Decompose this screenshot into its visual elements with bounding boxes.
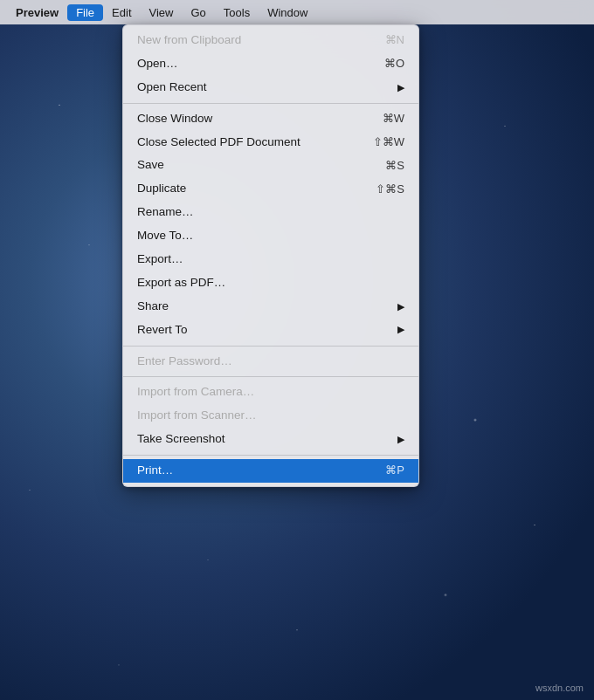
submenu-arrow-open-recent: ▶ [397,81,404,94]
menubar-item-go[interactable]: Go [182,4,214,21]
menu-item-open-recent-label: Open Recent [137,79,394,96]
menu-item-take-screenshot[interactable]: Take Screenshot ▶ [123,428,418,451]
menu-item-new-from-clipboard[interactable]: New from Clipboard ⌘N [123,29,418,52]
menu-item-save-shortcut: ⌘S [385,158,404,174]
menu-item-new-from-clipboard-label: New from Clipboard [137,32,385,49]
menu-item-import-scanner-label: Import from Scanner… [137,408,404,424]
separator-1 [123,103,418,104]
submenu-arrow-share: ▶ [397,300,404,313]
menu-item-enter-password-label: Enter Password… [137,353,404,370]
menubar-item-tools[interactable]: Tools [215,4,259,21]
menu-item-close-window-label: Close Window [137,111,383,127]
menubar-item-window[interactable]: Window [259,4,316,21]
menu-item-print-label: Print… [137,463,385,479]
menu-item-close-window-shortcut: ⌘W [383,111,404,127]
menu-item-open-label: Open… [137,56,384,72]
menubar-item-edit[interactable]: Edit [103,4,140,21]
menu-item-import-camera-label: Import from Camera… [137,384,404,401]
submenu-arrow-revert-to: ▶ [397,323,404,336]
menu-item-new-from-clipboard-shortcut: ⌘N [385,32,404,48]
menu-item-revert-to-label: Revert To [137,322,394,339]
menu-item-import-scanner[interactable]: Import from Scanner… [123,404,418,428]
menu-item-open-recent[interactable]: Open Recent ▶ [123,76,418,100]
menu-item-enter-password[interactable]: Enter Password… [123,350,418,374]
separator-2 [123,346,418,347]
file-dropdown-menu: New from Clipboard ⌘N Open… ⌘O Open Rece… [122,24,419,487]
menubar-item-file[interactable]: File [67,4,103,21]
menu-item-share[interactable]: Share ▶ [123,295,418,319]
menubar: Preview File Edit View Go Tools Window [0,0,594,24]
menu-item-close-pdf-shortcut: ⇧⌘W [373,134,404,150]
menu-item-share-label: Share [137,299,394,315]
menu-item-close-pdf-label: Close Selected PDF Document [137,134,373,151]
menu-item-rename[interactable]: Rename… [123,201,418,224]
menu-item-rename-label: Rename… [137,204,404,221]
menu-item-move-to[interactable]: Move To… [123,224,418,248]
menubar-item-view[interactable]: View [141,4,183,21]
menubar-item-preview[interactable]: Preview [7,4,67,21]
menu-item-export-pdf[interactable]: Export as PDF… [123,271,418,295]
menu-item-save-label: Save [137,157,385,174]
menu-item-close-pdf[interactable]: Close Selected PDF Document ⇧⌘W [123,131,418,154]
submenu-arrow-screenshot: ▶ [397,433,404,446]
menu-item-open[interactable]: Open… ⌘O [123,52,418,76]
menu-item-import-camera[interactable]: Import from Camera… [123,381,418,404]
menu-item-export-label: Export… [137,251,404,268]
menu-item-export-pdf-label: Export as PDF… [137,275,404,292]
menu-item-open-shortcut: ⌘O [384,56,404,72]
menu-item-print[interactable]: Print… ⌘P [123,459,418,483]
menu-item-print-shortcut: ⌘P [385,463,404,478]
menu-item-duplicate-label: Duplicate [137,181,376,197]
separator-3 [123,376,418,377]
separator-4 [123,455,418,456]
menu-item-save[interactable]: Save ⌘S [123,154,418,177]
menu-item-move-to-label: Move To… [137,228,404,244]
watermark: wsxdn.com [535,683,584,693]
menu-item-duplicate[interactable]: Duplicate ⇧⌘S [123,177,418,201]
menu-item-duplicate-shortcut: ⇧⌘S [376,182,404,197]
menu-item-take-screenshot-label: Take Screenshot [137,431,394,448]
menu-item-export[interactable]: Export… [123,248,418,271]
menu-item-revert-to[interactable]: Revert To ▶ [123,319,418,342]
menu-item-close-window[interactable]: Close Window ⌘W [123,107,418,131]
